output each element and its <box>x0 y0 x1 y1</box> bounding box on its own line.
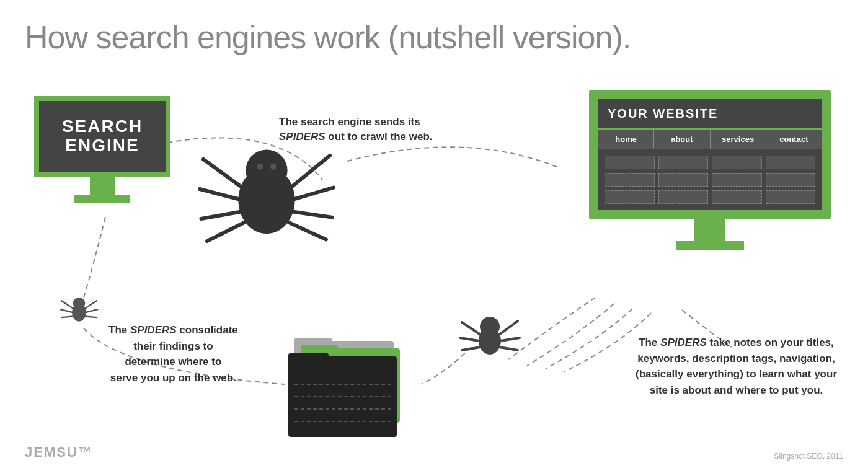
website-title-bar: YOUR WEBSITE <box>598 99 822 130</box>
page-title: How search engines work (nutshell versio… <box>25 19 631 56</box>
svg-line-9 <box>290 188 334 200</box>
folder-stack <box>282 335 418 446</box>
monitor-label: SEARCH ENGINE <box>62 117 143 156</box>
svg-point-1 <box>246 149 287 191</box>
website-nav: home about services contact <box>598 130 822 149</box>
svg-line-20 <box>86 309 98 312</box>
svg-line-27 <box>499 321 518 335</box>
svg-line-25 <box>460 338 479 341</box>
content-block <box>604 173 655 187</box>
nav-services: services <box>711 130 766 149</box>
monitor-stand <box>90 177 115 195</box>
website-monitor-base <box>676 241 744 250</box>
monitor-base <box>74 195 130 203</box>
monitor-screen: SEARCH ENGINE <box>34 96 170 177</box>
svg-line-6 <box>201 211 242 219</box>
callout-top: The search engine sends its SPIDERS out … <box>279 115 465 144</box>
content-block <box>604 190 655 204</box>
svg-line-4 <box>203 159 244 189</box>
svg-line-5 <box>200 189 243 200</box>
nav-home: home <box>598 130 654 149</box>
callout-bottom-left: The SPIDERS consolidatetheir findings to… <box>108 322 238 386</box>
svg-point-3 <box>270 164 277 170</box>
content-block <box>712 190 762 204</box>
svg-line-19 <box>85 301 97 308</box>
svg-point-2 <box>257 164 263 170</box>
search-engine-monitor: SEARCH ENGINE <box>34 96 170 203</box>
website-content <box>598 149 822 210</box>
svg-line-11 <box>289 223 326 240</box>
svg-line-17 <box>60 309 73 312</box>
content-block <box>658 190 709 204</box>
brand-logo: JEMSU™ <box>25 444 93 461</box>
svg-rect-35 <box>288 353 329 367</box>
svg-line-24 <box>462 322 480 335</box>
spider-small-right <box>459 304 521 366</box>
svg-line-29 <box>499 347 518 350</box>
callout-bottom-right: The SPIDERS take notes on your titles, k… <box>636 335 837 398</box>
svg-line-18 <box>61 317 73 318</box>
content-block <box>604 156 655 169</box>
nav-about: about <box>654 130 710 149</box>
svg-line-16 <box>61 301 73 308</box>
website-monitor-screen: YOUR WEBSITE home about services contact <box>598 99 822 210</box>
content-block <box>766 173 816 187</box>
content-block <box>766 156 816 169</box>
website-monitor-stand <box>694 219 725 241</box>
content-block <box>712 173 762 187</box>
svg-line-26 <box>462 347 480 350</box>
content-block <box>712 156 762 169</box>
svg-point-15 <box>73 298 86 310</box>
credit-text: Slingshot SEO, 2011 <box>774 452 843 461</box>
spider-small-left <box>59 288 99 328</box>
svg-line-28 <box>500 338 520 341</box>
svg-line-10 <box>290 211 332 218</box>
svg-line-7 <box>207 223 244 241</box>
svg-point-23 <box>480 317 500 337</box>
svg-line-21 <box>85 317 97 318</box>
website-monitor: YOUR WEBSITE home about services contact <box>589 90 831 250</box>
nav-contact: contact <box>766 130 822 149</box>
content-block <box>658 156 709 169</box>
svg-line-8 <box>289 156 330 189</box>
content-block <box>658 173 709 187</box>
website-monitor-outer: YOUR WEBSITE home about services contact <box>589 90 831 219</box>
content-block <box>766 190 816 204</box>
svg-rect-34 <box>288 356 397 437</box>
